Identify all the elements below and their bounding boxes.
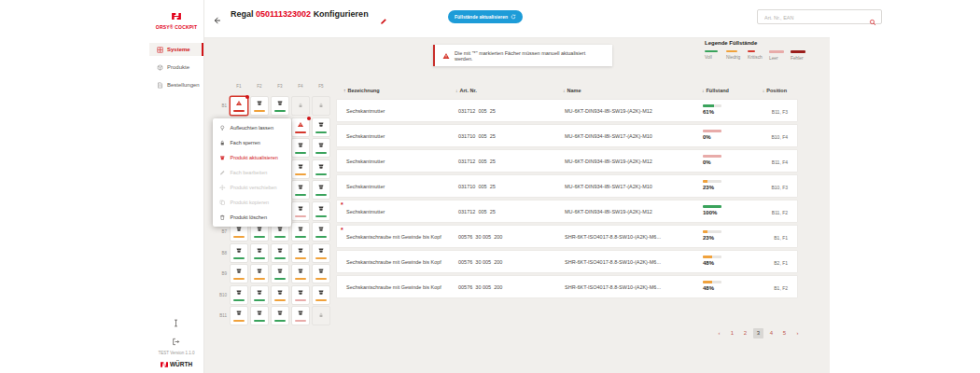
shelf-cell-B8-F2[interactable] xyxy=(250,243,269,263)
bin-icon xyxy=(298,268,304,274)
legend-label: Voll xyxy=(705,55,721,60)
fill-level-line xyxy=(315,278,327,280)
shelf-cell-B9-F1[interactable] xyxy=(230,264,248,283)
pagination-page-4[interactable]: 4 xyxy=(766,328,777,338)
pagination-page-5[interactable]: 5 xyxy=(779,328,790,338)
shelf-cell-B9-F5[interactable] xyxy=(312,264,330,283)
fill-level-line xyxy=(315,194,327,196)
shelf-cell-B11-F2[interactable] xyxy=(250,306,269,325)
shelf-cell-B1-F5[interactable] xyxy=(312,96,330,116)
shelf-cell-B10-F5[interactable] xyxy=(312,285,330,305)
shelf-cell-B11-F4[interactable] xyxy=(291,306,310,325)
warning-icon xyxy=(442,52,450,60)
manual-update-star: * xyxy=(341,201,343,208)
shelf-cell-B6-F5[interactable] xyxy=(312,201,330,221)
collapse-sidebar-icon[interactable] xyxy=(172,314,180,323)
refresh-icon xyxy=(511,14,516,20)
sidebar-item-systeme[interactable]: Systeme xyxy=(149,43,203,56)
shelf-cell-B10-F2[interactable] xyxy=(250,285,269,305)
shelf-cell-B8-F3[interactable] xyxy=(271,243,289,263)
shelf-cell-B7-F4[interactable] xyxy=(291,222,310,242)
fill-level-line xyxy=(233,257,245,259)
shelf-cell-B8-F5[interactable] xyxy=(312,243,330,263)
shelf-cell-B11-F1[interactable] xyxy=(230,306,248,325)
bin-icon xyxy=(318,205,325,212)
table-row[interactable]: Sechskantschraube mit Gewinde bis Kopf00… xyxy=(336,275,798,298)
shelf-cell-B2-F4[interactable] xyxy=(291,117,310,137)
shelf-cell-B3-F5[interactable] xyxy=(312,138,330,158)
menu-item-fach-sperren[interactable]: Fach sperren xyxy=(213,135,291,150)
shelf-cell-B2-F5[interactable] xyxy=(312,117,330,137)
table-body: Sechskantmutter031712 005 25MU-6KT-DIN93… xyxy=(336,99,798,298)
bin-icon xyxy=(257,226,263,232)
update-fill-levels-button[interactable]: Füllstände aktualisieren xyxy=(448,10,523,23)
table-row[interactable]: *Sechskantmutter031712 005 25MU-6KT-DIN9… xyxy=(336,200,798,223)
shelf-cell-B9-F3[interactable] xyxy=(271,264,289,283)
warning-text: Die mit "*" markierten Fächer müssen man… xyxy=(455,50,605,62)
shelf-cell-B10-F3[interactable] xyxy=(271,285,289,305)
package-icon xyxy=(157,64,163,71)
sidebar-item-label: Bestellungen xyxy=(167,82,200,88)
sidebar-item-produkte[interactable]: Produkte xyxy=(149,61,203,74)
shelf-cell-B3-F4[interactable] xyxy=(291,138,310,158)
column-header-art-nr-[interactable]: ↓Art. Nr. xyxy=(455,88,477,93)
table-row[interactable]: Sechskantmutter031712 005 25MU-6KT-DIN93… xyxy=(336,149,798,173)
manual-update-star: * xyxy=(341,227,343,233)
fill-level-bar xyxy=(703,104,721,107)
shelf-cell-B4-F4[interactable] xyxy=(291,159,310,179)
cell-name: SHR-6KT-ISO4017-8.8-SW10-(A2K)-M6... xyxy=(565,259,661,265)
cell-name: SHR-6KT-ISO4017-8.8-SW10-(A2K)-M6... xyxy=(565,234,661,240)
sidebar-item-bestellungen[interactable]: Bestellungen xyxy=(149,78,203,91)
legend-item-voll: Voll xyxy=(705,50,721,61)
shelf-cell-B8-F1[interactable] xyxy=(230,243,248,263)
shelf-cell-B5-F5[interactable] xyxy=(312,180,330,200)
legend-swatch xyxy=(705,50,718,52)
shelf-cell-B4-F5[interactable] xyxy=(312,159,330,179)
search-icon[interactable] xyxy=(869,13,876,30)
shelf-cell-B10-F1[interactable] xyxy=(230,285,248,305)
shelf-cell-B11-F5[interactable] xyxy=(312,306,330,325)
column-header-name[interactable]: ↓Name xyxy=(563,88,581,93)
shelf-cell-B6-F4[interactable] xyxy=(291,201,310,221)
shelf-cell-B10-F4[interactable] xyxy=(291,285,310,305)
fill-level-bar xyxy=(703,130,721,132)
back-button[interactable] xyxy=(213,12,222,29)
menu-item-produkt-aktualisieren[interactable]: Produkt aktualisieren xyxy=(213,150,291,165)
shelf-cell-B5-F4[interactable] xyxy=(291,180,310,200)
shelf-cell-B8-F4[interactable] xyxy=(291,243,310,263)
menu-item-produkt-löschen[interactable]: Produkt löschen xyxy=(213,210,291,225)
search-input[interactable] xyxy=(763,11,869,24)
menu-item-produkt-kopieren: Produkt kopieren xyxy=(213,195,291,210)
edit-title-icon[interactable] xyxy=(380,12,387,29)
legend-title: Legende Füllstände xyxy=(705,40,806,46)
column-header-position[interactable]: ↓Position xyxy=(763,88,787,93)
table-row[interactable]: Sechskantmutter031710 005 25MU-6KT-DIN93… xyxy=(336,174,798,198)
sidebar-item-label: Produkte xyxy=(167,64,189,70)
pagination-prev[interactable]: ‹ xyxy=(714,328,724,338)
logout-icon[interactable] xyxy=(172,333,180,341)
table-row[interactable]: Sechskantmutter031710 005 25MU-6KT-DIN93… xyxy=(336,124,798,147)
shelf-cell-B1-F4[interactable] xyxy=(291,96,310,116)
pagination-page-1[interactable]: 1 xyxy=(727,328,737,338)
bin-icon xyxy=(236,268,243,274)
column-header-bezeichnung[interactable]: ↑Bezeichnung xyxy=(343,88,380,93)
shelf-cell-B9-F4[interactable] xyxy=(291,264,310,283)
table-row[interactable]: *Sechskantschraube mit Gewinde bis Kopf0… xyxy=(336,225,798,248)
shelf-cell-B9-F2[interactable] xyxy=(250,264,269,283)
shelf-cell-B7-F5[interactable] xyxy=(312,222,330,242)
pagination-page-3[interactable]: 3 xyxy=(753,328,763,338)
bin-icon xyxy=(257,268,263,274)
bin-icon xyxy=(298,310,304,316)
pagination-page-2[interactable]: 2 xyxy=(740,328,750,338)
pagination-next[interactable]: › xyxy=(792,328,803,338)
bin-icon xyxy=(318,163,325,170)
fill-level-line xyxy=(274,299,286,301)
column-header-füllstand[interactable]: ↓Füllstand xyxy=(702,88,729,93)
shelf-cell-B1-F1[interactable] xyxy=(230,96,248,116)
table-row[interactable]: Sechskantmutter031712 005 25MU-6KT-DIN93… xyxy=(336,99,798,122)
menu-item-aufleuchten-lassen[interactable]: Aufleuchten lassen xyxy=(213,120,291,135)
shelf-cell-B11-F3[interactable] xyxy=(271,306,289,325)
shelf-cell-B1-F2[interactable] xyxy=(250,96,269,116)
shelf-cell-B1-F3[interactable] xyxy=(271,96,289,116)
table-row[interactable]: Sechskantschraube mit Gewinde bis Kopf00… xyxy=(336,250,798,273)
